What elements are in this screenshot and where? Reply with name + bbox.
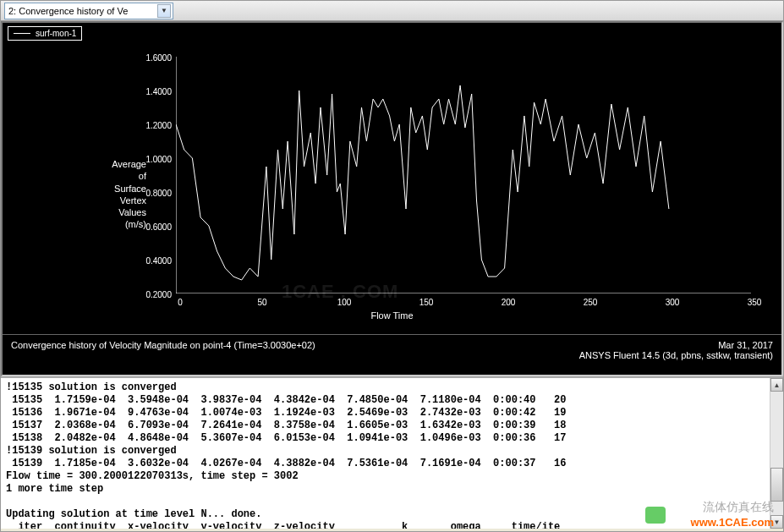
x-tick: 200 [496,298,521,307]
dropdown-label: 2: Convergence history of Ve [8,6,128,16]
scroll-up-icon[interactable]: ▲ [770,378,783,392]
legend: surf-mon-1 [8,26,82,41]
x-tick: 350 [742,298,767,307]
legend-line-icon [14,33,30,34]
x-tick: 150 [414,298,439,307]
y-tick: 1.0000 [138,155,172,164]
y-tick: 0.2000 [138,290,172,299]
console-panel: !15135 solution is converged 15135 1.715… [1,376,783,529]
chart-caption: Convergence history of Velocity Magnitud… [3,334,781,375]
toolbar: 2: Convergence history of Ve ▼ [1,1,783,21]
y-tick: 0.8000 [138,189,172,198]
legend-series-label: surf-mon-1 [36,29,76,38]
x-tick: 250 [578,298,603,307]
watermark-text: 流体仿真在线 [703,500,774,515]
y-tick: 0.4000 [138,256,172,266]
x-tick: 300 [660,298,685,307]
x-tick: 50 [249,298,275,307]
chart-panel: surf-mon-1 Average of Surface Vertex Val… [1,21,783,376]
y-tick: 1.4000 [138,87,172,96]
caption-solver: ANSYS Fluent 14.5 (3d, pbns, sstkw, tran… [579,350,773,360]
line-chart [176,57,751,293]
caption-date: Mar 31, 2017 [579,340,773,350]
scroll-thumb[interactable] [770,468,783,502]
wechat-icon [645,507,666,524]
chevron-down-icon[interactable]: ▼ [157,4,171,18]
watermark-url: www.1CAE.com [691,516,774,529]
y-tick: 1.2000 [138,121,172,130]
y-tick: 1.6000 [138,53,172,63]
x-axis-label: Flow Time [370,310,413,321]
caption-left: Convergence history of Velocity Magnitud… [11,340,315,350]
y-tick: 0.6000 [138,222,172,232]
x-tick: 0 [167,298,193,307]
view-selector-dropdown[interactable]: 2: Convergence history of Ve ▼ [4,3,173,19]
